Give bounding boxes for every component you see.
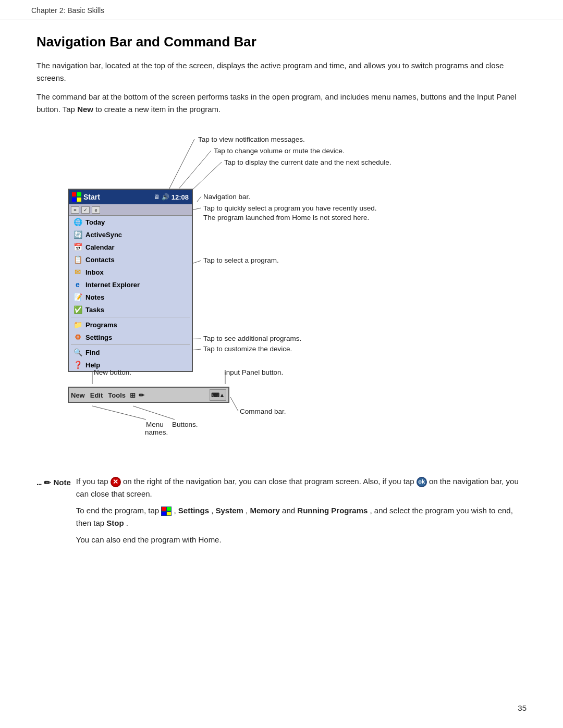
note-para-1: If you tap ✕ on the right of the navigat… [76,475,527,500]
windows-flag-icon [72,192,81,202]
note-text2-pre: To end the program, tap [76,506,161,515]
find-label: Find [85,349,100,356]
note-pencil-icon: ✏ [44,476,51,490]
recent-programs-bar: ≡ ✓ e [69,204,192,216]
note-running-bold: Running Programs [297,506,368,515]
intro-p2-bold: New [77,105,93,114]
menu-item-today[interactable]: 🌐 Today [69,216,192,228]
annotation-tap-additional: Tap to see additional programs. [203,335,301,342]
menu-divider-2 [71,344,190,345]
help-icon: ❓ [73,360,82,369]
note-text2-comma2: , [211,506,215,515]
annotation-tap-notifications: Tap to view notification messages. [198,135,305,143]
menu-item-ie[interactable]: e Internet Explorer [69,278,192,291]
note-text2-final: . [126,519,128,527]
annotation-tap-volume: Tap to change volume or mute the device. [214,147,345,155]
intro-p2-end: to create a new item in the program. [93,105,221,114]
recent-icon-1: ≡ [71,206,79,214]
annotation-command-bar: Command bar. [240,408,286,415]
note-text1-mid: on the right of the navigation bar, you … [123,477,417,486]
start-label: Start [83,193,100,201]
menu-item-activesync[interactable]: 🔄 ActiveSync [69,228,192,241]
close-x-icon: ✕ [111,477,121,487]
activesync-icon: 🔄 [73,230,82,239]
menu-item-inbox[interactable]: ✉ Inbox [69,266,192,278]
svg-rect-19 [162,512,166,515]
notes-label: Notes [85,293,104,301]
annotation-tap-program: Tap to select a program. [203,256,279,264]
notes-icon: 📝 [73,292,82,302]
programs-icon: 📁 [73,320,82,329]
menu-item-settings[interactable]: ⚙ Settings [69,331,192,343]
main-content: Navigation Bar and Command Bar The navig… [0,19,563,579]
intro-para-1: The navigation bar, located at the top o… [36,59,527,84]
note-text2-comma: , [174,506,178,515]
cmdbar-grid-icon: ⊞ [130,391,136,399]
annotation-tap-recent-1: Tap to quickly select a program you have… [203,204,376,212]
start-menu-icon [161,507,172,516]
note-para-3: You can also end the program with Home. [76,534,527,546]
menu-divider-1 [71,317,190,317]
help-label: Help [85,361,100,369]
note-label: ... ✏ Note [36,475,71,550]
svg-rect-15 [72,198,76,202]
menu-item-calendar[interactable]: 📅 Calendar [69,241,192,253]
svg-line-11 [92,406,146,419]
menu-list: 🌐 Today 🔄 ActiveSync 📅 Calendar 📋 Contac… [69,216,192,371]
cmdbar-inner: New Edit Tools ⊞ ✏ ⌨▲ [69,388,228,402]
chapter-header: Chapter 2: Basic Skills [0,0,563,19]
menu-item-find[interactable]: 🔍 Find [69,346,192,359]
tasks-label: Tasks [85,306,104,314]
device-screenshot: Start 🖥 🔊 12:08 ≡ ✓ e [68,189,193,372]
cmdbar-edit: Edit [90,391,103,399]
today-label: Today [85,218,105,226]
contacts-icon: 📋 [73,255,82,264]
cmdbar-tools: Tools [108,391,126,399]
inbox-icon: ✉ [73,267,82,277]
annotation-menu-names2: names. [145,428,168,436]
find-icon: 🔍 [73,348,82,357]
ok-icon: ok [417,477,427,487]
annotation-menu-names: Menu [146,421,164,428]
svg-rect-18 [167,507,171,511]
programs-label: Programs [85,321,117,329]
menu-item-tasks[interactable]: ✅ Tasks [69,303,192,316]
cmdbar-screenshot: New Edit Tools ⊞ ✏ ⌨▲ [68,387,229,403]
volume-icon: 🔊 [162,193,169,201]
svg-rect-20 [167,512,171,515]
cmdbar-right: ⌨▲ [210,389,226,401]
note-para-2: To end the program, tap , Settings , Sys… [76,504,527,529]
svg-rect-16 [77,198,81,202]
annotation-tap-recent-2: The program launched from Home is not st… [203,214,369,221]
recent-icon-3: e [92,206,100,214]
contacts-label: Contacts [85,256,115,264]
today-icon: 🌐 [73,217,82,227]
nav-time: 12:08 [172,193,189,201]
nav-bar-left: Start [72,192,100,202]
note-settings-bold: Settings [178,506,209,515]
cmdbar-new: New [71,391,85,399]
menu-item-notes[interactable]: 📝 Notes [69,291,192,303]
settings-icon: ⚙ [73,332,82,342]
note-word: Note [54,476,71,489]
annotation-tap-date: Tap to display the current date and the … [224,158,391,166]
note-system-bold: System [216,506,243,515]
annotation-nav-bar-label: Navigation bar. [203,193,250,201]
note-text1-pre: If you tap [76,477,111,486]
ie-icon: e [73,280,82,289]
note-section: ... ✏ Note If you tap ✕ on the right of … [36,475,527,550]
recent-icon-2: ✓ [81,206,90,214]
menu-item-contacts[interactable]: 📋 Contacts [69,253,192,266]
annotation-buttons: Buttons. [172,421,198,428]
svg-rect-14 [77,192,81,196]
page-title: Navigation Bar and Command Bar [36,34,527,50]
start-flag-svg [162,507,171,515]
ie-label: Internet Explorer [85,281,140,289]
input-panel-button[interactable]: ⌨▲ [210,389,226,401]
svg-line-3 [197,196,201,202]
note-stop-bold: Stop [106,519,124,527]
menu-item-programs[interactable]: 📁 Programs [69,318,192,331]
nav-bar-right: 🖥 🔊 12:08 [153,193,189,201]
svg-line-8 [230,397,238,411]
svg-rect-13 [72,192,76,196]
